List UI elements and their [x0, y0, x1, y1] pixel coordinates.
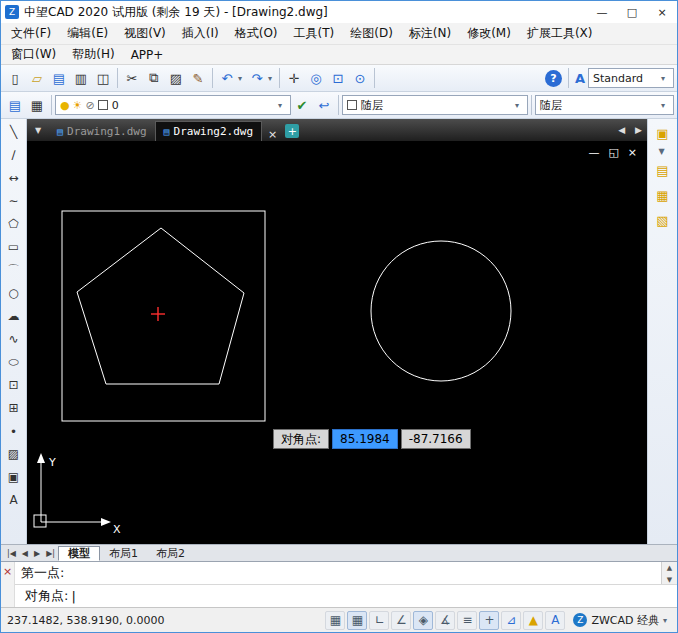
menu-express-tools[interactable]: 扩展工具(X)	[519, 23, 601, 44]
rectangle-entity[interactable]	[62, 211, 265, 421]
construction-line-icon[interactable]: ↔	[3, 167, 25, 189]
osnap-toggle-icon[interactable]: ◈	[413, 611, 433, 630]
match-properties-icon[interactable]: ✎	[187, 67, 209, 89]
tab-layout1[interactable]: 布局1	[100, 546, 147, 561]
linetype-select[interactable]: 随层 ▾	[535, 95, 674, 115]
command-scrollbar[interactable]: ▲ ▼	[661, 562, 677, 584]
dynamic-input-y-field[interactable]: -87.7166	[401, 429, 471, 449]
redo-dropdown-arrow[interactable]: ▾	[268, 74, 276, 83]
zoom-previous-icon[interactable]: ⊙	[349, 67, 371, 89]
menu-tools[interactable]: 工具(T)	[286, 23, 343, 44]
properties-panel-icon[interactable]: ▦	[652, 184, 674, 206]
side-tools-arrow-icon[interactable]: ▼	[659, 147, 667, 156]
open-icon[interactable]: ▱	[26, 67, 48, 89]
design-center-icon[interactable]: ▤	[652, 159, 674, 181]
maximize-button[interactable]: □	[617, 1, 647, 23]
drawing-canvas[interactable]: — ◱ ×	[27, 141, 647, 544]
help-icon[interactable]: ?	[545, 70, 562, 87]
snap-toggle-icon[interactable]: ▦	[325, 611, 345, 630]
tab-drawing2[interactable]: ▤ Drawing2.dwg	[155, 121, 263, 141]
redo-icon[interactable]: ↷	[246, 67, 268, 89]
hatch-icon[interactable]: ▨	[3, 443, 25, 465]
circle-icon[interactable]: ○	[3, 282, 25, 304]
tool-palette-icon[interactable]: ▣	[652, 122, 674, 144]
pentagon-entity[interactable]	[77, 228, 244, 384]
make-layer-current-icon[interactable]: ✔	[291, 94, 313, 116]
menu-help[interactable]: 帮助(H)	[64, 45, 122, 64]
sheet-set-icon[interactable]: ▧	[652, 209, 674, 231]
polar-toggle-icon[interactable]: ∠	[391, 611, 411, 630]
pan-icon[interactable]: ✛	[283, 67, 305, 89]
region-icon[interactable]: ▣	[3, 466, 25, 488]
tab-scroll-right-icon[interactable]: ▶	[630, 125, 647, 135]
arc-icon[interactable]: ⌒	[3, 259, 25, 281]
circle-entity[interactable]	[371, 241, 511, 381]
tab-close-icon[interactable]: ×	[262, 128, 283, 141]
ellipse-icon[interactable]: ⬭	[3, 351, 25, 373]
grid-toggle-icon[interactable]: ▦	[347, 611, 367, 630]
tab-scroll-left-icon[interactable]: ◀	[613, 125, 630, 135]
copy-icon[interactable]: ⧉	[143, 67, 165, 89]
menu-window[interactable]: 窗口(W)	[3, 45, 64, 64]
workspace-switcher[interactable]: Z ZWCAD 经典 ▾	[573, 613, 671, 628]
dynamic-input-x-field[interactable]: 85.1984	[332, 429, 398, 449]
mdi-restore-button[interactable]: ◱	[608, 146, 618, 159]
minimize-button[interactable]: —	[587, 1, 617, 23]
color-select[interactable]: 随层 ▾	[342, 95, 528, 115]
annotation-autoscale-icon[interactable]: A	[545, 611, 565, 630]
plot-icon[interactable]: ▥	[70, 67, 92, 89]
layer-previous-icon[interactable]: ↩	[313, 94, 335, 116]
layout-nav-next-icon[interactable]: ▶	[31, 549, 43, 558]
rectangle-icon[interactable]: ▭	[3, 236, 25, 258]
revision-cloud-icon[interactable]: ☁	[3, 305, 25, 327]
polygon-icon[interactable]: ⬠	[3, 213, 25, 235]
command-close-icon[interactable]: ×	[3, 565, 12, 607]
line-icon[interactable]: ╲	[3, 121, 25, 143]
menu-file[interactable]: 文件(F)	[3, 23, 59, 44]
save-icon[interactable]: ▤	[48, 67, 70, 89]
new-icon[interactable]: ▯	[4, 67, 26, 89]
make-block-icon[interactable]: ⊞	[3, 397, 25, 419]
menu-format[interactable]: 格式(O)	[227, 23, 286, 44]
layout-nav-last-icon[interactable]: ▶|	[43, 549, 58, 558]
polyline-icon[interactable]: ∼	[3, 190, 25, 212]
ray-icon[interactable]: ∕	[3, 144, 25, 166]
text-style-select[interactable]: Standard ▾	[588, 68, 674, 88]
tab-drawing1[interactable]: ▤ Drawing1.dwg	[49, 121, 155, 141]
annotation-visibility-icon[interactable]: ▲	[523, 611, 543, 630]
new-tab-button[interactable]: +	[285, 124, 299, 138]
menu-edit[interactable]: 编辑(E)	[59, 23, 116, 44]
ortho-toggle-icon[interactable]: ∟	[369, 611, 389, 630]
menu-modify[interactable]: 修改(M)	[459, 23, 519, 44]
mdi-close-button[interactable]: ×	[628, 146, 637, 159]
layer-states-icon[interactable]: ▦	[26, 94, 48, 116]
tab-model[interactable]: 模型	[58, 546, 100, 561]
insert-block-icon[interactable]: ⊡	[3, 374, 25, 396]
spline-icon[interactable]: ∿	[3, 328, 25, 350]
menu-app-plus[interactable]: APP+	[123, 45, 172, 64]
undo-icon[interactable]: ↶	[216, 67, 238, 89]
zoom-window-icon[interactable]: ⊡	[327, 67, 349, 89]
command-input[interactable]: 对角点: |	[15, 585, 677, 607]
point-icon[interactable]: ∙	[3, 420, 25, 442]
layout-nav-first-icon[interactable]: |◀	[4, 549, 19, 558]
dynamic-input-toggle-icon[interactable]: +	[479, 611, 499, 630]
layer-manager-icon[interactable]: ▤	[4, 94, 26, 116]
close-button[interactable]: ×	[647, 1, 677, 23]
zoom-realtime-icon[interactable]: ◎	[305, 67, 327, 89]
undo-dropdown-arrow[interactable]: ▾	[238, 74, 246, 83]
annotation-scale-icon[interactable]: ⊿	[501, 611, 521, 630]
scroll-up-icon[interactable]: ▲	[667, 562, 672, 574]
lineweight-toggle-icon[interactable]: ≡	[457, 611, 477, 630]
mdi-minimize-button[interactable]: —	[588, 146, 599, 159]
menu-dimension[interactable]: 标注(N)	[401, 23, 459, 44]
tab-layout2[interactable]: 布局2	[147, 546, 194, 561]
cut-icon[interactable]: ✂	[121, 67, 143, 89]
otrack-toggle-icon[interactable]: ∡	[435, 611, 455, 630]
menu-view[interactable]: 视图(V)	[116, 23, 174, 44]
menu-insert[interactable]: 插入(I)	[174, 23, 227, 44]
menu-draw[interactable]: 绘图(D)	[342, 23, 401, 44]
paste-icon[interactable]: ▨	[165, 67, 187, 89]
layer-select[interactable]: ● ☀ ⊘ 0 ▾	[55, 95, 291, 115]
layout-nav-prev-icon[interactable]: ◀	[19, 549, 31, 558]
